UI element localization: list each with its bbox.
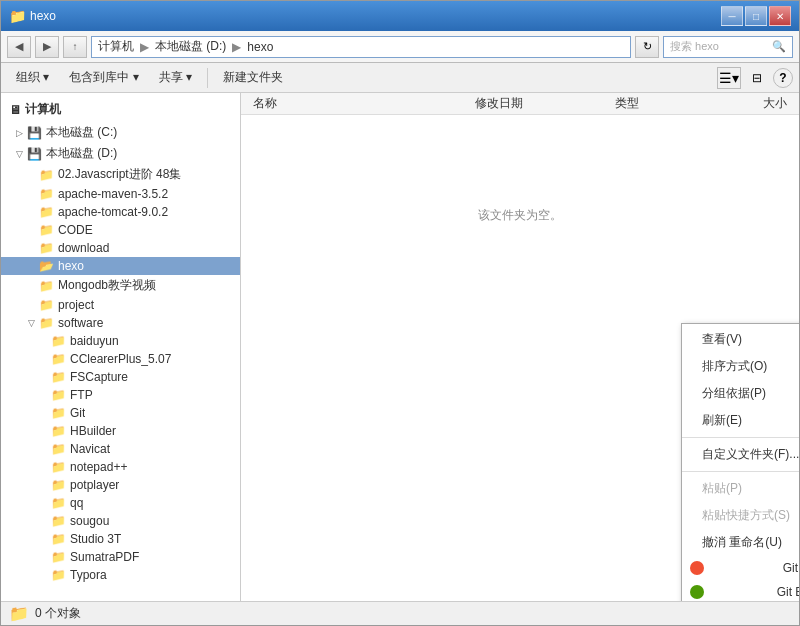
- toggle: [25, 188, 37, 200]
- menu-item-git-gui-label: Git GUI Here: [783, 561, 799, 575]
- minimize-button[interactable]: ─: [721, 6, 743, 26]
- sidebar-item-project[interactable]: 📁 project: [1, 296, 240, 314]
- sidebar-item-fscapture[interactable]: 📁 FSCapture: [1, 368, 240, 386]
- breadcrumb-drive[interactable]: 本地磁盘 (D:): [155, 38, 226, 55]
- menu-item-customize[interactable]: 自定义文件夹(F)...: [682, 441, 799, 468]
- item-label: Mongodb教学视频: [58, 277, 156, 294]
- toggle: [25, 242, 37, 254]
- menu-item-undo[interactable]: 撤消 重命名(U) Ctrl+Z: [682, 529, 799, 556]
- main-content: 🖥 计算机 ▷ 💾 本地磁盘 (C:) ▽ 💾 本地磁盘 (D:) 📁 02.J…: [1, 93, 799, 601]
- folder-icon: 📁: [51, 568, 66, 582]
- sidebar-item-drive-d[interactable]: ▽ 💾 本地磁盘 (D:): [1, 143, 240, 164]
- refresh-button[interactable]: ↻: [635, 36, 659, 58]
- folder-icon: 📁: [51, 532, 66, 546]
- breadcrumb-computer[interactable]: 计算机: [98, 38, 134, 55]
- sep2: ▶: [232, 40, 241, 54]
- item-label: download: [58, 241, 109, 255]
- sidebar-item-software[interactable]: ▽ 📁 software: [1, 314, 240, 332]
- toggle: [25, 169, 37, 181]
- up-button[interactable]: ↑: [63, 36, 87, 58]
- folder-icon: 📁: [39, 187, 54, 201]
- sidebar-item-baiduyun[interactable]: 📁 baiduyun: [1, 332, 240, 350]
- item-label: baiduyun: [70, 334, 119, 348]
- folder-icon: 📁: [51, 370, 66, 384]
- new-folder-button[interactable]: 新建文件夹: [214, 66, 292, 90]
- menu-item-paste-shortcut-label: 粘贴快捷方式(S): [702, 507, 790, 524]
- breadcrumb-folder[interactable]: hexo: [247, 40, 273, 54]
- toggle: [37, 497, 49, 509]
- toggle: [37, 443, 49, 455]
- sidebar-item-apache-tomcat[interactable]: 📁 apache-tomcat-9.0.2: [1, 203, 240, 221]
- search-box[interactable]: 搜索 hexo 🔍: [663, 36, 793, 58]
- item-label: Typora: [70, 568, 107, 582]
- col-size[interactable]: 大小: [711, 95, 791, 112]
- close-button[interactable]: ✕: [769, 6, 791, 26]
- sidebar-item-hbuilder[interactable]: 📁 HBuilder: [1, 422, 240, 440]
- col-date[interactable]: 修改日期: [471, 95, 611, 112]
- sidebar-item-studio3t[interactable]: 📁 Studio 3T: [1, 530, 240, 548]
- sidebar-item-navicat[interactable]: 📁 Navicat: [1, 440, 240, 458]
- address-input[interactable]: 计算机 ▶ 本地磁盘 (D:) ▶ hexo: [91, 36, 631, 58]
- organize-button[interactable]: 组织 ▾: [7, 66, 58, 90]
- menu-item-git-gui[interactable]: Git GUI Here: [682, 556, 799, 580]
- folder-icon: 📁: [51, 460, 66, 474]
- empty-message: 该文件夹为空。: [478, 207, 562, 224]
- share-button[interactable]: 共享 ▾: [150, 66, 201, 90]
- item-label: qq: [70, 496, 83, 510]
- sidebar-item-ftp[interactable]: 📁 FTP: [1, 386, 240, 404]
- menu-separator-1: [682, 437, 799, 438]
- toggle: [37, 425, 49, 437]
- col-name[interactable]: 名称: [249, 95, 471, 112]
- help-button[interactable]: ?: [773, 68, 793, 88]
- forward-button[interactable]: ▶: [35, 36, 59, 58]
- item-label: FSCapture: [70, 370, 128, 384]
- item-label: hexo: [58, 259, 84, 273]
- maximize-button[interactable]: □: [745, 6, 767, 26]
- search-icon[interactable]: 🔍: [772, 40, 786, 53]
- menu-item-git-bash[interactable]: Git Bash Here: [682, 580, 799, 601]
- sidebar-item-potplayer[interactable]: 📁 potplayer: [1, 476, 240, 494]
- sidebar-item-typora[interactable]: 📁 Typora: [1, 566, 240, 584]
- menu-item-sort[interactable]: 排序方式(O) ▶: [682, 353, 799, 380]
- sidebar-item-apache-maven[interactable]: 📁 apache-maven-3.5.2: [1, 185, 240, 203]
- back-button[interactable]: ◀: [7, 36, 31, 58]
- item-label: potplayer: [70, 478, 119, 492]
- menu-item-group[interactable]: 分组依据(P) ▶: [682, 380, 799, 407]
- empty-folder-area: 该文件夹为空。: [241, 115, 799, 315]
- sidebar-item-qq[interactable]: 📁 qq: [1, 494, 240, 512]
- item-label: CClearerPlus_5.07: [70, 352, 171, 366]
- drive-d-icon: 💾: [27, 147, 42, 161]
- col-type[interactable]: 类型: [611, 95, 711, 112]
- item-label: sougou: [70, 514, 109, 528]
- sidebar-item-sumatrapdf[interactable]: 📁 SumatraPDF: [1, 548, 240, 566]
- archive-button[interactable]: 包含到库中 ▾: [60, 66, 147, 90]
- folder-icon: 📁: [51, 388, 66, 402]
- sidebar-item-mongodb[interactable]: 📁 Mongodb教学视频: [1, 275, 240, 296]
- sidebar-item-code[interactable]: 📁 CODE: [1, 221, 240, 239]
- menu-item-paste[interactable]: 粘贴(P): [682, 475, 799, 502]
- sidebar-item-ccleaner[interactable]: 📁 CClearerPlus_5.07: [1, 350, 240, 368]
- menu-item-refresh[interactable]: 刷新(E): [682, 407, 799, 434]
- sidebar-item-javascript[interactable]: 📁 02.Javascript进阶 48集: [1, 164, 240, 185]
- folder-icon: 📁: [51, 406, 66, 420]
- tree-toggle-d: ▽: [13, 148, 25, 160]
- sep1: ▶: [140, 40, 149, 54]
- tree-toggle: ▷: [13, 127, 25, 139]
- sidebar-item-hexo[interactable]: 📂 hexo: [1, 257, 240, 275]
- sidebar-item-git[interactable]: 📁 Git: [1, 404, 240, 422]
- item-label: software: [58, 316, 103, 330]
- view-options-button[interactable]: ☰▾: [717, 67, 741, 89]
- menu-item-view[interactable]: 查看(V) ▶: [682, 326, 799, 353]
- menu-item-paste-shortcut[interactable]: 粘贴快捷方式(S): [682, 502, 799, 529]
- toggle: ▽: [25, 317, 37, 329]
- toggle: [25, 260, 37, 272]
- toggle: [37, 533, 49, 545]
- sidebar-item-sougou[interactable]: 📁 sougou: [1, 512, 240, 530]
- sidebar-item-download[interactable]: 📁 download: [1, 239, 240, 257]
- details-view-button[interactable]: ⊟: [745, 67, 769, 89]
- sidebar-item-notepadpp[interactable]: 📁 notepad++: [1, 458, 240, 476]
- folder-icon: 📁: [39, 298, 54, 312]
- sidebar-item-drive-c[interactable]: ▷ 💾 本地磁盘 (C:): [1, 122, 240, 143]
- window: 📁 hexo ─ □ ✕ ◀ ▶ ↑ 计算机 ▶ 本地磁盘 (D:) ▶ hex…: [0, 0, 800, 626]
- sidebar-section-computer[interactable]: 🖥 计算机: [1, 97, 240, 122]
